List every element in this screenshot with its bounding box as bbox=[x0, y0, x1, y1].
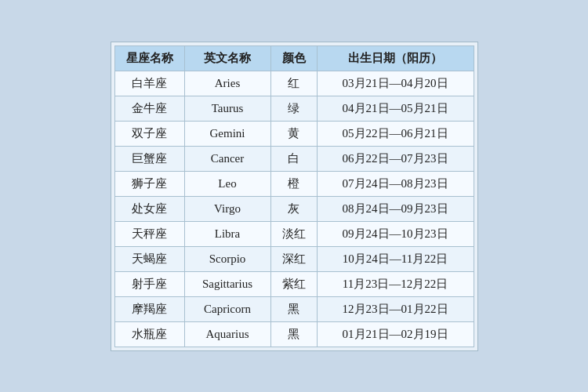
cell-color: 紫红 bbox=[270, 271, 317, 296]
cell-date: 10月24日—11月22日 bbox=[317, 246, 474, 271]
cell-date: 04月21日—05月21日 bbox=[317, 96, 474, 121]
cell-chinese: 狮子座 bbox=[114, 171, 184, 196]
cell-english: Gemini bbox=[184, 121, 270, 146]
cell-date: 12月23日—01月22日 bbox=[317, 296, 474, 321]
cell-chinese: 摩羯座 bbox=[114, 296, 184, 321]
table-row: 射手座Sagittarius紫红11月23日—12月22日 bbox=[114, 271, 474, 296]
header-chinese: 星座名称 bbox=[114, 45, 184, 71]
table-row: 水瓶座Aquarius黑01月21日—02月19日 bbox=[114, 321, 474, 347]
cell-english: Scorpio bbox=[184, 246, 270, 271]
table-row: 处女座Virgo灰08月24日—09月23日 bbox=[114, 196, 474, 221]
cell-english: Aries bbox=[184, 71, 270, 96]
table-row: 天蝎座Scorpio深红10月24日—11月22日 bbox=[114, 246, 474, 271]
table-row: 天秤座Libra淡红09月24日—10月23日 bbox=[114, 221, 474, 246]
cell-color: 黄 bbox=[270, 121, 317, 146]
table-row: 双子座Gemini黄05月22日—06月21日 bbox=[114, 121, 474, 146]
cell-color: 绿 bbox=[270, 96, 317, 121]
cell-chinese: 水瓶座 bbox=[114, 321, 184, 347]
cell-date: 09月24日—10月23日 bbox=[317, 221, 474, 246]
cell-chinese: 天秤座 bbox=[114, 221, 184, 246]
cell-chinese: 天蝎座 bbox=[114, 246, 184, 271]
cell-date: 11月23日—12月22日 bbox=[317, 271, 474, 296]
header-english: 英文名称 bbox=[184, 45, 270, 71]
cell-date: 03月21日—04月20日 bbox=[317, 71, 474, 96]
cell-english: Taurus bbox=[184, 96, 270, 121]
cell-date: 05月22日—06月21日 bbox=[317, 121, 474, 146]
cell-color: 灰 bbox=[270, 196, 317, 221]
cell-color: 白 bbox=[270, 146, 317, 171]
cell-date: 07月24日—08月23日 bbox=[317, 171, 474, 196]
cell-chinese: 白羊座 bbox=[114, 71, 184, 96]
cell-english: Sagittarius bbox=[184, 271, 270, 296]
cell-english: Aquarius bbox=[184, 321, 270, 347]
cell-english: Cancer bbox=[184, 146, 270, 171]
header-color: 颜色 bbox=[270, 45, 317, 71]
table-row: 金牛座Taurus绿04月21日—05月21日 bbox=[114, 96, 474, 121]
cell-chinese: 处女座 bbox=[114, 196, 184, 221]
table-body: 白羊座Aries红03月21日—04月20日金牛座Taurus绿04月21日—0… bbox=[114, 71, 474, 347]
header-date: 出生日期（阳历） bbox=[317, 45, 474, 71]
table-row: 摩羯座Capricorn黑12月23日—01月22日 bbox=[114, 296, 474, 321]
cell-english: Capricorn bbox=[184, 296, 270, 321]
cell-color: 橙 bbox=[270, 171, 317, 196]
cell-color: 黑 bbox=[270, 296, 317, 321]
table-row: 巨蟹座Cancer白06月22日—07月23日 bbox=[114, 146, 474, 171]
cell-english: Libra bbox=[184, 221, 270, 246]
zodiac-table-container: 星座名称 英文名称 颜色 出生日期（阳历） 白羊座Aries红03月21日—04… bbox=[111, 42, 478, 351]
cell-chinese: 双子座 bbox=[114, 121, 184, 146]
table-header-row: 星座名称 英文名称 颜色 出生日期（阳历） bbox=[114, 45, 474, 71]
cell-date: 08月24日—09月23日 bbox=[317, 196, 474, 221]
zodiac-table: 星座名称 英文名称 颜色 出生日期（阳历） 白羊座Aries红03月21日—04… bbox=[114, 45, 474, 347]
cell-chinese: 巨蟹座 bbox=[114, 146, 184, 171]
cell-color: 深红 bbox=[270, 246, 317, 271]
cell-chinese: 金牛座 bbox=[114, 96, 184, 121]
cell-color: 黑 bbox=[270, 321, 317, 347]
cell-color: 红 bbox=[270, 71, 317, 96]
cell-english: Leo bbox=[184, 171, 270, 196]
cell-date: 01月21日—02月19日 bbox=[317, 321, 474, 347]
table-row: 狮子座Leo橙07月24日—08月23日 bbox=[114, 171, 474, 196]
cell-english: Virgo bbox=[184, 196, 270, 221]
cell-date: 06月22日—07月23日 bbox=[317, 146, 474, 171]
cell-color: 淡红 bbox=[270, 221, 317, 246]
table-row: 白羊座Aries红03月21日—04月20日 bbox=[114, 71, 474, 96]
cell-chinese: 射手座 bbox=[114, 271, 184, 296]
